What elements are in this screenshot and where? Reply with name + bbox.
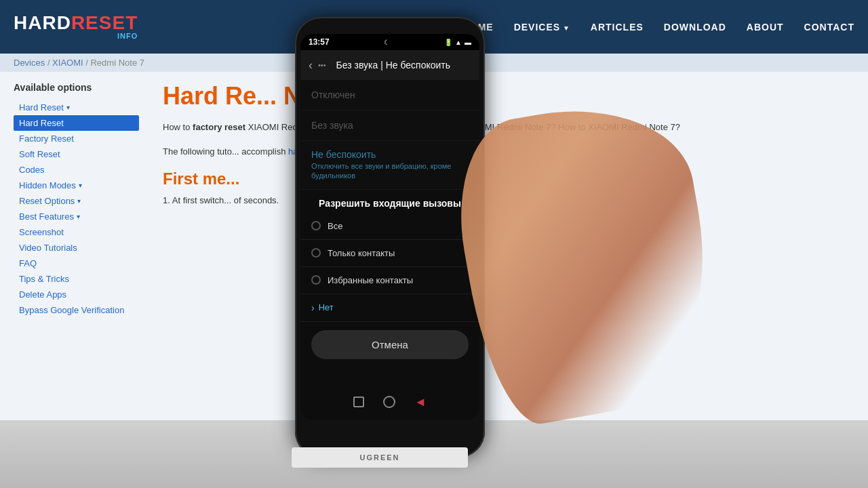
sidebar-item-factory-reset[interactable]: Factory Reset	[14, 131, 139, 146]
ne-bespokoyt-subtitle: Отключить все звуки и вибрацию, кроме бу…	[311, 161, 469, 181]
dropdown-arrow: ▾	[66, 104, 70, 111]
sidebar-item-reset-options[interactable]: Reset Options ▾	[14, 193, 139, 209]
main-content: Hard Re... Note 7 How to factory reset X…	[149, 82, 854, 318]
nav-devices[interactable]: DEVICES	[514, 22, 570, 33]
intro-text: How to factory reset XIAOMI Redmi Note 7…	[163, 121, 854, 135]
nav-home-button[interactable]	[383, 396, 395, 408]
radio-favorites[interactable]: Избранные контакты	[300, 267, 479, 294]
radio-dot-all	[311, 221, 321, 230]
sidebar-title: Available options	[14, 82, 139, 93]
allow-calls-header: Разрешить входящие вызовы	[300, 190, 479, 213]
site-logo[interactable]: HARDRESETINFO	[14, 14, 138, 40]
dropdown-arrow-hidden: ▾	[79, 182, 82, 189]
status-bar: 13:57 ☾ 🔋 ▲ ▬	[300, 34, 479, 50]
nyet-item[interactable]: › Нет	[300, 294, 479, 322]
status-moon-icon: ☾	[384, 39, 390, 46]
status-icons: 🔋 ▲ ▬	[444, 39, 471, 46]
first-method-title: First me...	[163, 169, 854, 188]
tutorial-text: The following tuto... accomplish hard re…	[163, 145, 854, 159]
breadcrumb-devices[interactable]: Devices	[14, 58, 45, 68]
ne-bespokoyt-section: Не беспокоить Отключить все звуки и вибр…	[300, 141, 479, 190]
phone-body: 13:57 ☾ 🔋 ▲ ▬ ‹ ••• Без звука | Не беспо…	[295, 17, 485, 458]
page-title: Hard Re... Note 7	[163, 82, 854, 110]
sidebar-item-codes[interactable]: Codes	[14, 162, 139, 178]
nyet-label: Нет	[319, 302, 334, 312]
ne-bespokoyt-title[interactable]: Не беспокоить	[311, 149, 469, 160]
sidebar-item-delete-apps[interactable]: Delete Apps	[14, 287, 139, 302]
sidebar-item-faq[interactable]: FAQ	[14, 256, 139, 271]
phone-stand: UGREEN	[292, 447, 468, 468]
sidebar-item-hard-reset-dropdown[interactable]: Hard Reset ▾	[14, 100, 139, 115]
phone-bottom-nav: ◄	[300, 389, 479, 415]
breadcrumb-xiaomi[interactable]: XIAOMI	[52, 58, 83, 68]
sidebar: Available options Hard Reset ▾ Hard Rese…	[14, 82, 149, 318]
battery-icon: 🔋	[444, 39, 452, 46]
chevron-right-icon: ›	[311, 302, 315, 313]
radio-dot-favorites	[311, 275, 321, 285]
dropdown-arrow-best: ▾	[77, 213, 80, 220]
nav-articles[interactable]: ARTICLES	[591, 22, 644, 33]
breadcrumb-current: Redmi Note 7	[90, 58, 144, 68]
dots-icon: •••	[318, 61, 326, 69]
sidebar-item-bypass-google[interactable]: Bypass Google Verification	[14, 302, 139, 318]
nav-links: HOME DEVICES ARTICLES DOWNLOAD ABOUT CON…	[462, 22, 854, 33]
nav-back-button[interactable]: ◄	[414, 396, 427, 408]
phone-container: 13:57 ☾ 🔋 ▲ ▬ ‹ ••• Без звука | Не беспо…	[285, 7, 495, 468]
nav-about[interactable]: ABOUT	[747, 22, 784, 33]
nav-contact[interactable]: CONTACT	[804, 22, 854, 33]
radio-section: Разрешить входящие вызовы Все Только кон…	[300, 190, 479, 359]
step1-text: 1. At first switch... of seconds.	[163, 195, 854, 205]
status-time: 13:57	[309, 37, 330, 47]
phone-screen: 13:57 ☾ 🔋 ▲ ▬ ‹ ••• Без звука | Не беспо…	[300, 34, 479, 420]
sidebar-item-hidden-modes[interactable]: Hidden Modes ▾	[14, 178, 139, 193]
nav-download[interactable]: DOWNLOAD	[664, 22, 726, 33]
wifi-icon: ▲	[455, 39, 462, 46]
radio-dot-contacts	[311, 248, 321, 258]
sidebar-item-hard-reset-active[interactable]: Hard Reset	[14, 115, 139, 131]
option-silent[interactable]: Без звука	[300, 110, 479, 141]
radio-contacts-only[interactable]: Только контакты	[300, 240, 479, 267]
sidebar-item-best-features[interactable]: Best Features ▾	[14, 209, 139, 224]
screen-top-bar: ‹ ••• Без звука | Не беспокоить	[300, 50, 479, 80]
nav-square-button[interactable]	[353, 396, 364, 407]
sidebar-item-video[interactable]: Video Tutorials	[14, 240, 139, 256]
back-arrow-icon[interactable]: ‹	[309, 58, 313, 73]
cancel-button[interactable]: Отмена	[311, 330, 469, 359]
screen-title: Без звука | Не беспокоить	[332, 60, 455, 70]
option-disabled[interactable]: Отключен	[300, 80, 479, 110]
dropdown-arrow-reset: ▾	[77, 197, 81, 205]
sidebar-item-screenshot[interactable]: Screenshot	[14, 224, 139, 240]
sidebar-item-soft-reset[interactable]: Soft Reset	[14, 146, 139, 162]
radio-all[interactable]: Все	[300, 213, 479, 240]
sidebar-item-tips[interactable]: Tips & Tricks	[14, 271, 139, 287]
dimmed-options: Отключен Без звука	[300, 80, 479, 141]
signal-icon: ▬	[465, 39, 471, 46]
